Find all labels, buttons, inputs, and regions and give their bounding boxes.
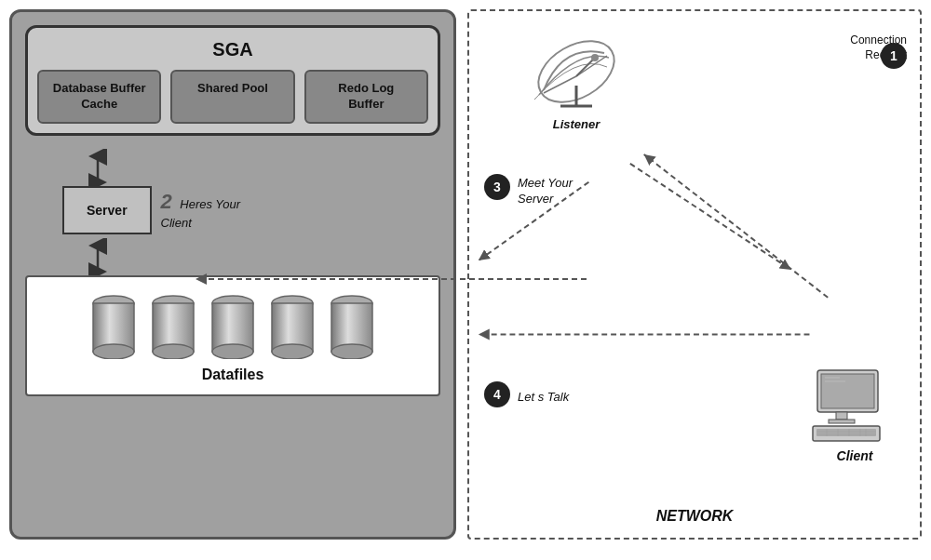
sga-title: SGA [37,39,428,60]
step-3-circle: 3 [484,174,510,200]
svg-point-12 [212,344,253,359]
server-label: Server [87,203,128,218]
client-computer-icon [808,366,901,445]
sga-components: Database BufferCache Shared Pool Redo Lo… [37,70,428,124]
svg-rect-31 [829,420,855,423]
right-panel-network: ConnectionRequest 1 [467,9,922,540]
cylinder-1 [88,292,140,359]
svg-rect-27 [821,374,874,408]
cylinder-3 [207,292,259,359]
arrow-server-datafiles [87,238,109,275]
cylinder-4 [266,292,318,359]
svg-point-6 [93,344,134,359]
svg-rect-30 [836,412,847,420]
svg-line-43 [644,154,829,298]
server-box: Server [62,186,152,234]
svg-point-15 [272,344,313,359]
cylinders-row [36,292,429,359]
svg-line-44 [630,164,791,270]
svg-point-9 [153,344,194,359]
main-diagram: SGA Database BufferCache Shared Pool Red… [9,9,922,551]
svg-point-25 [591,54,599,61]
step-1-circle: 1 [881,43,907,69]
cylinder-2 [147,292,199,359]
svg-rect-33 [816,429,876,436]
left-panel-server: SGA Database BufferCache Shared Pool Red… [9,9,456,540]
step-4-circle: 4 [484,381,510,407]
listener-area: Listener [525,30,627,131]
shared-pool: Shared Pool [170,70,294,124]
step-4-label: Let s Talk [518,390,569,406]
client-area: Client [808,366,901,463]
arrow-sga-server [87,149,109,186]
datafiles-box: Datafiles [25,275,440,396]
cylinder-5 [326,292,378,359]
redo-log-buffer: Redo LogBuffer [304,70,428,124]
db-buffer-cache: Database BufferCache [37,70,161,124]
listener-label: Listener [553,117,600,131]
client-label: Client [837,448,873,463]
datafiles-title: Datafiles [36,367,429,383]
network-label: NETWORK [656,508,734,525]
sga-box: SGA Database BufferCache Shared Pool Red… [25,25,440,136]
satellite-dish-icon [525,30,627,113]
svg-point-18 [331,344,372,359]
step-3-label: Meet YourServer [518,176,573,207]
